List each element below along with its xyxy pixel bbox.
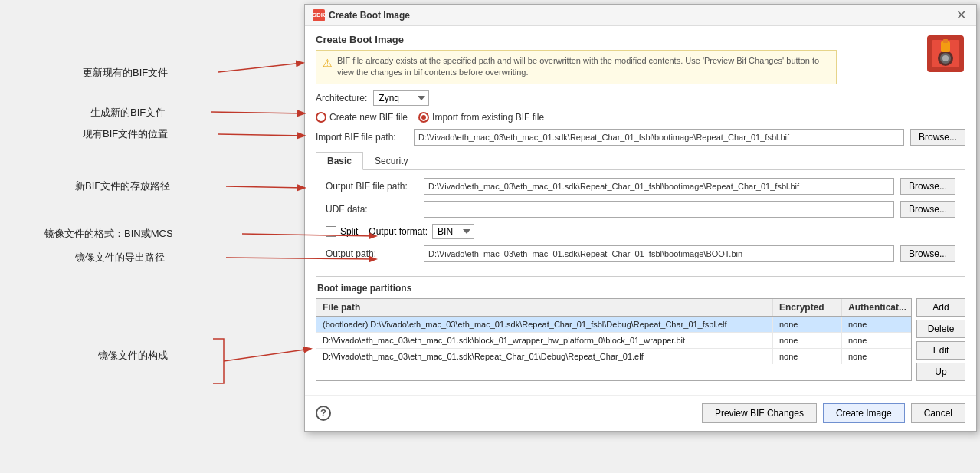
- ann4-line: [226, 186, 304, 188]
- table-header: File path Encrypted Authenticat...: [316, 299, 911, 317]
- sdk-icon: SDK: [313, 9, 325, 21]
- table-row[interactable]: D:\Vivado\eth_mac_03\eth_mac_01.sdk\bloc…: [316, 333, 911, 349]
- delete-button[interactable]: Delete: [916, 320, 965, 338]
- arch-label: Architecture:: [316, 93, 367, 103]
- create-boot-image-dialog: SDK Create Boot Image ✕ Create Boot Imag…: [304, 4, 977, 432]
- td-auth-3: none: [842, 349, 911, 364]
- warning-box: ⚠ BIF file already exists at the specifi…: [316, 50, 837, 84]
- ann7-bracket: [213, 339, 224, 383]
- radio-import-circle: [418, 112, 429, 123]
- th-filepath: File path: [316, 299, 773, 316]
- ann1-line: [218, 63, 303, 72]
- th-auth: Authenticat...: [842, 299, 911, 316]
- tab-basic[interactable]: Basic: [316, 152, 363, 170]
- output-path-input[interactable]: [424, 245, 894, 262]
- svg-rect-5: [941, 41, 950, 52]
- td-auth-1: none: [842, 317, 911, 332]
- dialog-body: Create Boot Image ⚠ BIF file already exi…: [305, 26, 976, 389]
- dialog-header-left: Create Boot Image ⚠ BIF file already exi…: [316, 34, 918, 84]
- output-format-select[interactable]: BIN MCS: [432, 224, 474, 239]
- ann2-text: 生成新的BIF文件: [90, 107, 166, 118]
- help-button[interactable]: ?: [316, 406, 331, 421]
- ann1-text: 更新现有的BIF文件: [83, 67, 168, 78]
- import-label: Import BIF file path:: [316, 132, 408, 143]
- import-browse-button[interactable]: Browse...: [910, 129, 965, 146]
- td-filepath-1: (bootloader) D:\Vivado\eth_mac_03\eth_ma…: [316, 317, 773, 332]
- split-checkbox-group: Split: [326, 226, 358, 237]
- edit-button[interactable]: Edit: [916, 341, 965, 360]
- dialog-title: Create Boot Image: [329, 10, 410, 21]
- ann3-text: 现有BIF文件的位置: [83, 128, 168, 140]
- warning-icon: ⚠: [323, 56, 333, 79]
- cancel-button[interactable]: Cancel: [911, 403, 965, 423]
- partitions-title: Boot image partitions: [316, 283, 965, 294]
- split-label: Split: [340, 226, 358, 237]
- td-auth-2: none: [842, 333, 911, 348]
- table-body: (bootloader) D:\Vivado\eth_mac_03\eth_ma…: [316, 317, 911, 364]
- udf-input[interactable]: [424, 201, 894, 218]
- partitions-container: File path Encrypted Authenticat... (boot…: [316, 298, 965, 381]
- import-row: Import BIF file path: Browse...: [316, 129, 965, 146]
- table-row[interactable]: D:\Vivado\eth_mac_03\eth_mac_01.sdk\Repe…: [316, 349, 911, 364]
- ann2-line: [211, 112, 304, 113]
- td-filepath-2: D:\Vivado\eth_mac_03\eth_mac_01.sdk\bloc…: [316, 333, 773, 348]
- warning-text: BIF file already exists at the specified…: [337, 55, 830, 79]
- td-filepath-3: D:\Vivado\eth_mac_03\eth_mac_01.sdk\Repe…: [316, 349, 773, 364]
- radio-group: Create new BIF file Import from existing…: [316, 112, 544, 123]
- radio-import-label: Import from existing BIF file: [432, 112, 544, 123]
- split-checkbox[interactable]: [326, 226, 336, 237]
- radio-row: Create new BIF file Import from existing…: [316, 112, 965, 123]
- preview-bif-button[interactable]: Preview BIF Changes: [702, 403, 817, 423]
- svg-rect-6: [943, 39, 948, 43]
- ann5-text: 镜像文件的格式：BIN或MCS: [44, 228, 173, 239]
- import-input[interactable]: [414, 129, 904, 146]
- ann7-text: 镜像文件的构成: [97, 350, 168, 361]
- up-button[interactable]: Up: [916, 363, 965, 381]
- radio-new-circle: [316, 112, 326, 123]
- create-image-button[interactable]: Create Image: [823, 403, 905, 423]
- arch-select[interactable]: Zynq ZynqMP Versal: [373, 90, 429, 106]
- udf-row: UDF data: Browse...: [326, 201, 955, 218]
- dialog-header-section: Create Boot Image ⚠ BIF file already exi…: [316, 34, 965, 84]
- output-bif-label: Output BIF file path:: [326, 181, 418, 192]
- dialog-logo: [926, 34, 965, 74]
- add-button[interactable]: Add: [916, 298, 965, 317]
- tabs-row: Basic Security: [316, 152, 965, 170]
- radio-import-bif[interactable]: Import from existing BIF file: [418, 112, 544, 123]
- dialog-title-left: SDK Create Boot Image: [313, 9, 410, 21]
- arch-row: Architecture: Zynq ZynqMP Versal: [316, 90, 965, 106]
- td-encrypted-3: none: [773, 349, 842, 364]
- output-bif-browse-button[interactable]: Browse...: [900, 178, 955, 195]
- udf-label: UDF data:: [326, 204, 418, 215]
- output-format-group: Output format: BIN MCS: [369, 224, 474, 239]
- radio-new-label: Create new BIF file: [329, 112, 408, 123]
- ann7-line: [224, 349, 310, 361]
- ann3-line: [218, 134, 304, 136]
- tab-content-basic: Output BIF file path: Browse... UDF data…: [316, 170, 965, 277]
- close-button[interactable]: ✕: [953, 8, 969, 23]
- output-bif-row: Output BIF file path: Browse...: [326, 178, 955, 195]
- dialog-main-title: Create Boot Image: [316, 34, 918, 45]
- udf-browse-button[interactable]: Browse...: [900, 201, 955, 218]
- td-encrypted-1: none: [773, 317, 842, 332]
- output-format-label: Output format:: [369, 226, 428, 237]
- dialog-titlebar: SDK Create Boot Image ✕: [305, 5, 976, 26]
- footer-buttons: Preview BIF Changes Create Image Cancel: [702, 403, 965, 423]
- partitions-section: Boot image partitions File path Encrypte…: [316, 283, 965, 381]
- output-path-row: Output path: Browse...: [326, 245, 955, 262]
- partitions-table: File path Encrypted Authenticat... (boot…: [316, 298, 912, 381]
- ann6-text: 镜像文件的导出路径: [74, 251, 165, 263]
- output-path-browse-button[interactable]: Browse...: [900, 245, 955, 262]
- th-encrypted: Encrypted: [773, 299, 842, 316]
- svg-point-4: [942, 55, 949, 61]
- table-row[interactable]: (bootloader) D:\Vivado\eth_mac_03\eth_ma…: [316, 317, 911, 333]
- ann4-text: 新BIF文件的存放路径: [75, 180, 170, 192]
- radio-new-bif[interactable]: Create new BIF file: [316, 112, 408, 123]
- td-encrypted-2: none: [773, 333, 842, 348]
- tab-security[interactable]: Security: [363, 152, 419, 170]
- split-row: Split Output format: BIN MCS: [326, 224, 955, 239]
- output-bif-input[interactable]: [424, 178, 894, 195]
- partitions-buttons: Add Delete Edit Up: [912, 298, 965, 381]
- dialog-footer: ? Preview BIF Changes Create Image Cance…: [305, 395, 976, 431]
- output-path-label: Output path:: [326, 248, 418, 259]
